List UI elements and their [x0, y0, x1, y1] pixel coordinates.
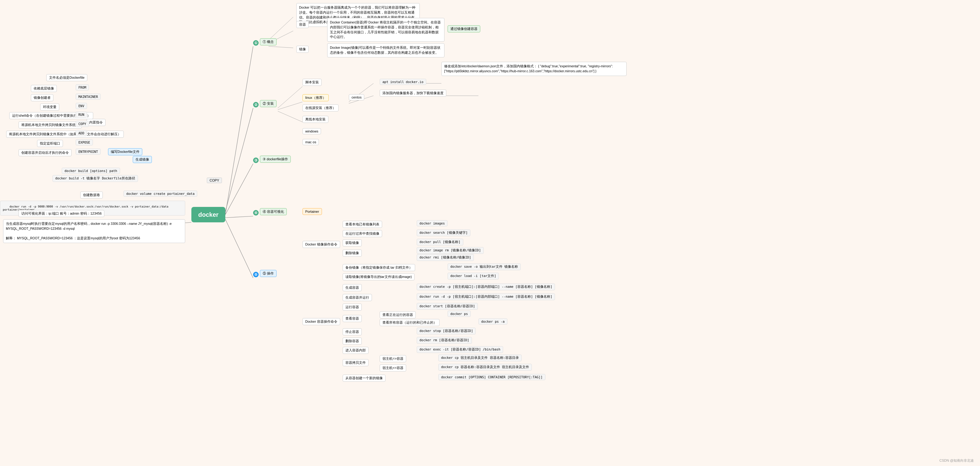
- commit-container: 从容器创建一个新的镜像: [343, 375, 385, 382]
- start-container-cmd: docker start [容器名称/容器ID]: [417, 303, 478, 310]
- image-node: 镜像: [296, 46, 309, 53]
- pull-image-cmd: docker pull [镜像名称]: [417, 239, 463, 246]
- svg-line-2: [225, 164, 253, 215]
- mirror-config: 修改或添加/etc/docker/daemon.json文件，添加国内镜像格式：…: [441, 62, 627, 76]
- commit-container-cmd: docker commit [OPTIONS] CONTAINER [REPOS…: [438, 374, 546, 380]
- view-running-cmd: docker ps: [447, 311, 471, 317]
- dockerfile-circle: ③: [253, 158, 259, 163]
- svg-line-8: [269, 46, 293, 48]
- build-cmd1: docker build [options] path: [62, 168, 120, 174]
- write-dockerfile: 编写Dockerfile文件: [108, 148, 142, 155]
- visualization-label: ④ 容器可视化: [260, 208, 287, 215]
- dockerfile-label: ③ dockerfile操作: [260, 156, 291, 163]
- create-container: 生成容器: [343, 284, 362, 291]
- visualization-circle: ④: [253, 210, 259, 215]
- list-images-cmd: docker images: [417, 220, 447, 227]
- docker-label: docker: [198, 211, 218, 218]
- portainer-label: Portainer: [302, 208, 322, 215]
- stop-container: 停止容器: [343, 328, 362, 335]
- backup-image: 备份镜像（将指定镜像保存成 tar 归档文件）: [343, 264, 415, 271]
- concept-label: ① 概念: [260, 38, 277, 45]
- start-container: 运行容器: [343, 303, 362, 311]
- operations-label: ⑤ 操作: [260, 270, 277, 277]
- expose-cmd: EXPOSE: [76, 139, 93, 145]
- copy-from-container-cmd: docker cp 容器名称:容器目录及文件 宿主机目录及文件: [438, 364, 532, 370]
- create-data-label: 创建数据卷: [80, 192, 103, 199]
- run-container-cmd: docker run -d -p [宿主机端口]:[容器内部端口] --name…: [417, 294, 555, 300]
- container-node: 容器: [296, 21, 309, 28]
- copy-from-container: 宿主机<=容器: [380, 364, 406, 372]
- build-image: 生成镜像: [133, 156, 152, 163]
- center-docker-node: docker: [191, 207, 225, 222]
- mirror-label: 添加国内镜像服务器，加快下载镜像速度: [380, 89, 446, 97]
- macos-label: mac os: [302, 139, 319, 145]
- mysql-note: 当生成容器mysql时执行需要自定mysql的用户名和密码，docker run…: [3, 219, 185, 243]
- watermark: CSDN @知南向非北途: [940, 458, 974, 463]
- svg-line-4: [225, 219, 253, 278]
- svg-line-11: [278, 102, 302, 110]
- access-label: 访问可视化界面：ip:端口 账号：admin 密码：123456: [19, 210, 104, 217]
- backup-image-cmd: docker save -o 输出到tar文件 镜像名称: [447, 263, 521, 270]
- delete-image-cmd1: docker image rm [镜像名称/镜像ID]: [417, 247, 484, 254]
- run-container: 生成容器并运行: [343, 294, 372, 301]
- delete-image: 删除镜像: [343, 249, 362, 257]
- install-label: ② 安装: [260, 100, 277, 107]
- view-all-cmd: docker ps -a: [479, 318, 508, 325]
- load-image-cmd: docker load -i [tar文件]: [447, 273, 499, 279]
- maintainer-cmd: MAINTAINER: [76, 94, 100, 100]
- concept-circle: ①: [253, 40, 259, 46]
- pull-image: 获取镜像: [343, 239, 362, 246]
- container-file-label: 容器拷贝文件: [343, 359, 369, 366]
- svg-line-10: [278, 86, 302, 108]
- dockerfile-filename: 文件名必须是Dockerfile: [46, 74, 88, 81]
- from-cmd: FROM: [76, 84, 89, 91]
- enter-container: 进入容器内部: [343, 347, 369, 354]
- svg-line-3: [225, 216, 253, 218]
- delete-container: 删除容器: [343, 338, 362, 345]
- apt-cmd: apt install docker.io: [380, 79, 426, 85]
- add-cmd: ADD: [76, 130, 87, 136]
- env-desc: 环境变量: [40, 104, 59, 110]
- maintainer-desc: 镜像创建者: [31, 94, 53, 101]
- svg-line-6: [269, 17, 293, 40]
- via-container-label: 通过镜像创建容器: [447, 26, 480, 32]
- centos-label: centos: [349, 94, 364, 101]
- svg-line-12: [278, 111, 302, 122]
- search-image: 在运行过库中查找镜像: [343, 230, 382, 237]
- view-container-label: 查看容器: [343, 315, 362, 322]
- script-install: 脚本安装: [302, 79, 321, 86]
- env-cmd: ENV: [76, 103, 87, 109]
- build-cmd2: docker build -t 镜像名字 Dockerfile所在路径: [52, 175, 138, 182]
- from-desc: 依赖底层镜像: [31, 85, 57, 92]
- expose-desc: 指定监听端口: [37, 140, 63, 147]
- stop-container-cmd: docker stop [容器名称/容器ID]: [417, 328, 476, 334]
- online-install: 在线源安装（推荐）: [302, 104, 339, 112]
- copy-button[interactable]: COPY: [207, 177, 222, 183]
- copy-cmd: COPY: [76, 121, 89, 127]
- copy-to-container: 宿主机=>容器: [380, 355, 406, 362]
- delete-container-cmd: docker rm [容器名称/容器ID]: [417, 337, 472, 344]
- image-ops-label: Docker 镜像操作命令: [302, 241, 340, 248]
- copy-desc: 将源机本地文件拷贝到镜像文件系统中: [19, 121, 82, 128]
- builtin-instructions: 内置指令: [86, 119, 105, 126]
- copy-to-container-cmd: docker cp 宿主机目录及文件 容器名称:容器目录: [438, 354, 522, 361]
- add-desc: 将源机本地文件拷贝到镜像文件系统中（如果是压缩文件会自动进行解压）: [6, 131, 124, 138]
- load-image: 读取镜像(将镜像导出的tar文件读出成image): [343, 273, 415, 281]
- search-image-cmd: docker search [镜像关键字]: [417, 230, 470, 236]
- linux-label: linux（推荐）: [302, 94, 329, 101]
- delete-image-cmd2: docker rmi [镜像名称/镜像ID]: [417, 254, 474, 261]
- view-running: 查看正在运行的容器: [380, 311, 416, 318]
- run-cmd: RUN: [76, 112, 87, 118]
- container-ops-label: Docker 容器操作命令: [302, 318, 340, 325]
- container-desc: Docker Container(容器)即 Docker 将宿主机隔开的一个个独…: [327, 18, 444, 42]
- install-circle: ②: [253, 102, 259, 107]
- view-all: 查看所有容器（运行的和已停止的）: [380, 319, 439, 326]
- windows-label: windows: [302, 128, 321, 134]
- offline-install: 离线本地安装: [302, 116, 328, 123]
- operations-circle: ⑤: [253, 272, 259, 277]
- svg-line-1: [225, 108, 253, 212]
- list-images: 查看本地已有镜像列表: [343, 221, 382, 228]
- image-desc: Docker Image(镜像)可以看作是一个特殊的文件系统。即对某一时刻容器状…: [327, 43, 444, 57]
- entrypoint-desc: 创建容器并启动后才执行的命令: [19, 149, 72, 156]
- svg-line-0: [225, 46, 253, 215]
